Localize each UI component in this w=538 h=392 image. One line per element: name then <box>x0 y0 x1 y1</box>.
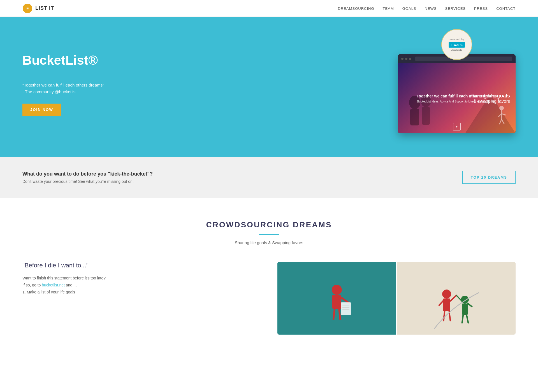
browser-dot-3 <box>409 58 411 60</box>
svg-line-34 <box>467 315 468 323</box>
couple-illustration <box>398 86 443 133</box>
hero-title: BucketList® <box>22 53 104 68</box>
fiware-selected-text: Selected by <box>449 38 464 41</box>
logo-text: List It <box>35 5 54 11</box>
crowdsourcing-right <box>277 262 516 335</box>
section-title: CROWDSOURCING DREAMS <box>22 220 516 229</box>
browser-mockup: Together we can fulfill each other's dre… <box>398 54 516 133</box>
top20-dreams-button[interactable]: TOP 20 DREAMS <box>462 171 516 184</box>
crowdsourcing-left: "Before I die I want to..." Want to fini… <box>22 262 261 296</box>
svg-line-27 <box>444 311 445 321</box>
svg-line-26 <box>439 301 443 305</box>
scroll-down-arrow: ▼ <box>453 123 461 130</box>
logo[interactable]: ≡ List It <box>22 3 54 13</box>
svg-line-17 <box>339 309 340 319</box>
logo-icon: ≡ <box>22 3 33 13</box>
nav-item-press[interactable]: PRESS <box>474 6 488 11</box>
svg-line-31 <box>456 295 462 301</box>
browser-content: Together we can fulfill each other's dre… <box>398 63 516 133</box>
svg-point-23 <box>442 290 451 298</box>
svg-rect-30 <box>462 304 468 315</box>
svg-point-13 <box>332 285 342 295</box>
nav-item-goals[interactable]: GOALS <box>402 6 416 11</box>
crowdsourcing-content: "Before I die I want to..." Want to fini… <box>22 262 516 335</box>
fiware-accelerate-text: Accelerate <box>451 49 462 51</box>
crowdsourcing-para1: Want to finish this statement before it'… <box>22 275 261 296</box>
browser-sharing-line1: sharing life goals <box>469 93 510 99</box>
svg-text:≡: ≡ <box>26 6 29 11</box>
browser-sharing-text: sharing life goals & swapping favors <box>469 93 510 104</box>
middle-question: What do you want to do before you "kick-… <box>22 171 153 177</box>
hero-section: BucketList® "Together we can fulfill eac… <box>0 17 538 157</box>
browser-dot-2 <box>405 58 407 60</box>
crowdsourcing-left-heading: "Before I die I want to..." <box>22 262 261 269</box>
writing-figure-svg <box>320 279 354 335</box>
browser-sharing-line2: & swapping favors <box>469 99 510 104</box>
svg-rect-5 <box>422 107 430 125</box>
fiware-logo: FiWARE <box>449 42 465 48</box>
hero-quote-line1: "Together we can fulfill each others dre… <box>22 82 104 88</box>
nav-menu: DREAMSOURCING TEAM GOALS NEWS SERVICES P… <box>338 6 516 11</box>
svg-point-7 <box>499 106 504 110</box>
nav-item-contact[interactable]: CONTACT <box>496 6 516 11</box>
hero-left: BucketList® "Together we can fulfill eac… <box>22 53 104 116</box>
nav-item-news[interactable]: NEWS <box>425 6 437 11</box>
navbar: ≡ List It DREAMSOURCING TEAM GOALS NEWS … <box>0 0 538 17</box>
crowdsourcing-section: CROWDSOURCING DREAMS Sharing life goals … <box>0 198 538 351</box>
helping-figures-svg <box>434 279 479 335</box>
middle-banner: What do you want to do before you "kick-… <box>0 157 538 198</box>
svg-line-16 <box>333 309 335 319</box>
hero-right: Selected by FiWARE Accelerate <box>398 35 516 133</box>
svg-rect-14 <box>332 295 341 309</box>
nav-item-team[interactable]: TEAM <box>383 6 394 11</box>
svg-rect-18 <box>341 302 351 315</box>
middle-description: Don't waste your precious time! See what… <box>22 179 153 184</box>
svg-rect-3 <box>410 109 419 125</box>
hero-quote: "Together we can fulfill each others dre… <box>22 82 104 95</box>
middle-text: What do you want to do before you "kick-… <box>22 171 153 184</box>
hero-quote-line2: - The community @bucketlist <box>22 88 104 95</box>
illus-left-panel <box>277 262 396 335</box>
fiware-badge: Selected by FiWARE Accelerate <box>441 29 472 60</box>
browser-dot-1 <box>401 58 404 60</box>
illus-right-panel <box>397 262 516 335</box>
nav-item-dreamsourcing[interactable]: DREAMSOURCING <box>338 6 374 11</box>
nav-item-services[interactable]: SERVICES <box>445 6 466 11</box>
bucketlist-link[interactable]: bucketlist.net <box>42 283 65 287</box>
section-subtitle: Sharing life goals & Swapping favors <box>22 240 516 245</box>
join-now-button[interactable]: JOIN NOW <box>22 104 61 116</box>
svg-rect-24 <box>443 298 450 311</box>
svg-line-33 <box>462 315 463 323</box>
illustration-box <box>277 262 516 335</box>
svg-line-32 <box>468 304 472 307</box>
svg-line-25 <box>450 295 456 301</box>
section-divider <box>259 234 279 235</box>
